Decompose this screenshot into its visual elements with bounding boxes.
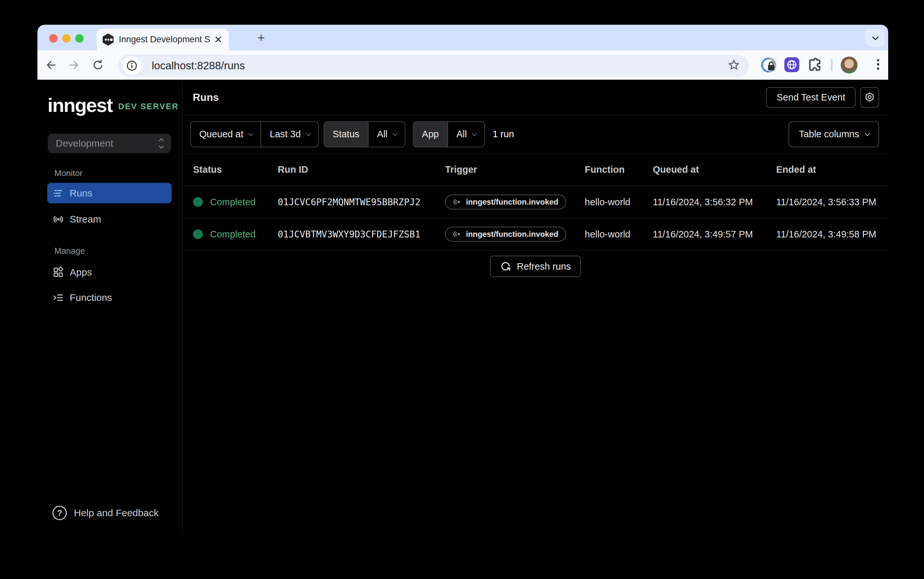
trigger-event-name: inngest/function.invoked <box>466 198 558 206</box>
app-filter-group: App All <box>413 121 485 147</box>
inngest-favicon-icon <box>102 33 114 46</box>
column-header-queued: Queued at <box>653 164 776 175</box>
result-count: 1 run <box>492 129 514 139</box>
browser-tab-strip: Inngest Development Server ✕ + <box>38 25 888 51</box>
tab-close-icon[interactable]: ✕ <box>214 35 222 44</box>
table-columns-button[interactable]: Table columns <box>789 121 879 147</box>
sidebar-item-stream[interactable]: Stream <box>47 209 172 229</box>
status-dot-icon <box>193 197 203 207</box>
sidebar-item-label: Apps <box>70 267 92 278</box>
section-label-manage: Manage <box>54 246 85 256</box>
table-row[interactable]: Completed 01JCVC6PF2MQNMTWE95BBRZPJ2 inn… <box>183 186 888 218</box>
reload-button[interactable] <box>92 59 105 72</box>
logo-wordmark: inngest <box>48 94 112 116</box>
time-field-dropdown[interactable]: Queued at <box>191 122 261 147</box>
help-and-feedback[interactable]: ? Help and Feedback <box>53 506 159 520</box>
status-dot-icon <box>193 229 203 239</box>
status-filter-label: Status <box>324 122 368 147</box>
forward-button[interactable] <box>67 59 80 72</box>
sidebar-item-runs[interactable]: Runs <box>47 183 172 203</box>
main-content: Runs Send Test Event <box>183 80 888 530</box>
section-label-monitor: Monitor <box>54 168 83 178</box>
browser-menu-icon[interactable] <box>870 57 886 74</box>
help-icon: ? <box>53 506 67 520</box>
time-filter-group: Queued at Last 3d <box>190 121 319 147</box>
help-label: Help and Feedback <box>74 507 159 518</box>
password-manager-extension-icon[interactable] <box>760 57 777 75</box>
toolbar-separator <box>831 59 832 71</box>
tab-title: Inngest Development Server <box>119 34 210 44</box>
status-filter-dropdown[interactable]: All <box>368 122 405 147</box>
extensions-puzzle-icon[interactable] <box>806 57 823 75</box>
sidebar-item-label: Functions <box>70 292 112 303</box>
desktop-background: Inngest Development Server ✕ + <box>0 0 924 579</box>
selector-updown-icon <box>159 139 163 148</box>
queued-at-value: 11/16/2024, 3:56:32 PM <box>653 197 776 208</box>
purple-extension-icon[interactable] <box>784 57 800 74</box>
sidebar-item-functions[interactable]: Functions <box>47 287 172 308</box>
run-status: Completed <box>210 197 256 208</box>
table-header-row: Status Run ID Trigger Function Queued at… <box>183 154 888 186</box>
environment-value: Development <box>56 138 113 149</box>
column-header-run-id: Run ID <box>278 164 445 175</box>
send-test-event-button[interactable]: Send Test Event <box>766 87 856 108</box>
settings-gear-button[interactable] <box>860 87 879 108</box>
table-row[interactable]: Completed 01JCVBTMV3WXY9D3CFDEJFZSB1 inn… <box>183 218 888 250</box>
browser-window: Inngest Development Server ✕ + <box>38 25 888 530</box>
browser-tab[interactable]: Inngest Development Server ✕ <box>97 29 229 51</box>
browser-toolbar: localhost:8288/runs <box>38 51 888 80</box>
refresh-runs-button[interactable]: Refresh runs <box>490 256 581 277</box>
functions-icon <box>53 292 64 304</box>
trigger-event-pill[interactable]: inngest/function.invoked <box>445 195 566 209</box>
function-name: hello-world <box>585 229 653 240</box>
app-filter-dropdown[interactable]: All <box>447 122 484 147</box>
page-header: Runs Send Test Event <box>183 80 888 115</box>
inngest-logo: inngest DEV SERVER <box>48 94 179 116</box>
profile-avatar[interactable] <box>841 57 858 74</box>
status-filter-group: Status All <box>323 121 405 147</box>
run-status: Completed <box>210 229 256 240</box>
refresh-runs-label: Refresh runs <box>517 261 571 272</box>
sidebar-item-label: Runs <box>70 188 92 199</box>
ended-at-value: 11/16/2024, 3:49:58 PM <box>776 229 888 240</box>
time-range-dropdown[interactable]: Last 3d <box>261 122 318 147</box>
stream-icon <box>53 213 64 225</box>
function-name: hello-world <box>585 197 653 208</box>
ended-at-value: 11/16/2024, 3:56:33 PM <box>776 197 888 208</box>
maximize-window-button[interactable] <box>75 34 84 43</box>
run-id: 01JCVBTMV3WXY9D3CFDEJFZSB1 <box>278 229 445 240</box>
url-text: localhost:8288/runs <box>152 59 245 72</box>
sidebar-item-apps[interactable]: Apps <box>47 262 172 282</box>
column-header-status: Status <box>193 164 278 175</box>
minimize-window-button[interactable] <box>62 34 71 43</box>
environment-selector[interactable]: Development <box>48 134 171 153</box>
close-window-button[interactable] <box>49 34 57 43</box>
app-filter-label: App <box>414 122 447 147</box>
column-header-trigger: Trigger <box>445 164 585 175</box>
address-bar[interactable]: localhost:8288/runs <box>118 55 749 77</box>
new-tab-button[interactable]: + <box>255 32 267 44</box>
table-body: Completed 01JCVC6PF2MQNMTWE95BBRZPJ2 inn… <box>183 186 888 250</box>
page-title: Runs <box>193 92 219 103</box>
apps-icon <box>53 267 64 278</box>
site-info-icon[interactable] <box>122 56 141 75</box>
back-button[interactable] <box>44 59 57 72</box>
trigger-event-name: inngest/function.invoked <box>466 230 558 239</box>
column-header-ended: Ended at <box>776 164 888 175</box>
runs-icon <box>53 187 64 199</box>
inngest-app: inngest DEV SERVER Development Monitor R… <box>38 80 888 530</box>
column-header-function: Function <box>585 164 653 175</box>
sidebar-item-label: Stream <box>70 214 101 225</box>
filter-bar: Queued at Last 3d Status All <box>183 115 888 154</box>
dev-server-badge: DEV SERVER <box>118 102 179 111</box>
sidebar: inngest DEV SERVER Development Monitor R… <box>38 80 183 530</box>
trigger-event-pill[interactable]: inngest/function.invoked <box>445 227 566 242</box>
run-id: 01JCVC6PF2MQNMTWE95BBRZPJ2 <box>278 197 445 208</box>
tab-search-button[interactable] <box>865 29 885 46</box>
bookmark-star-icon[interactable] <box>727 59 740 73</box>
queued-at-value: 11/16/2024, 3:49:57 PM <box>653 229 776 240</box>
